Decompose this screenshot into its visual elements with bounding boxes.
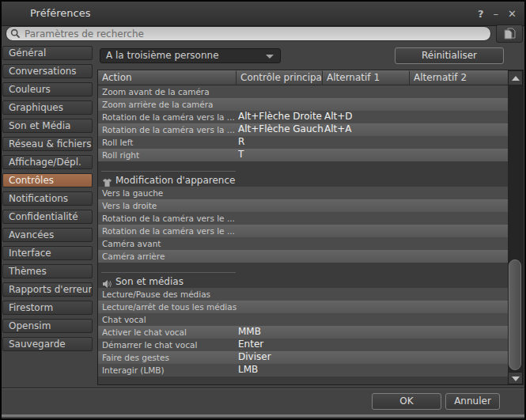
sidebar-item-label: Avancées	[9, 229, 54, 240]
sidebar-item-affichage-depl[interactable]: Affichage/Dépl.	[2, 155, 93, 169]
action-cell: Zoom avant de la caméra	[102, 85, 237, 98]
table-row[interactable]: Roll leftR	[98, 136, 509, 149]
section-divider	[101, 171, 236, 172]
footer-divider	[2, 388, 524, 389]
primary-control-cell: Alt+Flèche Droite	[238, 111, 324, 123]
table-row[interactable]: Interagir (LMB)LMB	[98, 364, 509, 376]
title-bar[interactable]: Préférences ? – ✕	[2, 2, 524, 26]
chevron-down-icon	[266, 55, 274, 59]
sidebar-item-conversations[interactable]: Conversations	[2, 64, 93, 78]
primary-control-cell: MMB	[238, 326, 324, 338]
sidebar-item-graphiques[interactable]: Graphiques	[2, 100, 93, 115]
action-cell: Rotation de la caméra vers la ...	[102, 123, 237, 136]
sidebar-item-controles[interactable]: Contrôles	[2, 173, 93, 187]
table-row[interactable]: Lecture/Pause des médias	[98, 288, 509, 301]
appearance-icon	[102, 176, 112, 185]
table-rows: Zoom avant de la caméraZoom arrière de l…	[98, 85, 509, 376]
primary-control-cell: T	[238, 149, 324, 161]
table-row[interactable]: Lecture/arrêt de tous les médias	[98, 301, 509, 313]
table-row[interactable]: Chat vocal	[98, 313, 509, 326]
action-cell: Zoom arrière de la caméra	[102, 98, 237, 111]
table-row[interactable]: Zoom avant de la caméra	[98, 85, 509, 98]
action-cell: Rotation de la caméra vers le ...	[102, 225, 237, 237]
sidebar-item-rapports-erreurs[interactable]: Rapports d'erreurs	[2, 282, 93, 297]
controls-mode-dropdown[interactable]: A la troisième personne	[100, 48, 281, 63]
alternative1-cell: Alt+D	[324, 111, 410, 123]
sidebar-item-confidentialite[interactable]: Confidentialité	[2, 210, 93, 224]
sidebar-item-interface[interactable]: Interface	[2, 246, 93, 260]
column-header-0[interactable]: Action	[98, 70, 237, 85]
sidebar-item-label: Contrôles	[9, 175, 54, 186]
help-button[interactable]: ?	[478, 8, 484, 20]
sidebar-item-firestorm[interactable]: Firestorm	[2, 301, 93, 315]
speaker-icon	[102, 277, 112, 286]
primary-control-cell: Alt+Flèche Gauche	[238, 123, 324, 135]
sidebar-item-avancees[interactable]: Avancées	[2, 228, 93, 242]
sidebar-item-notifications[interactable]: Notifications	[2, 191, 93, 206]
table-row[interactable]: Caméra arrière	[98, 250, 509, 263]
alternative1-cell: Alt+A	[324, 123, 410, 135]
table-row[interactable]: Démarrer le chat vocalEnter	[98, 339, 509, 351]
table-row[interactable]: Rotation de la caméra vers le ...	[98, 212, 509, 225]
sidebar-item-son-et-media[interactable]: Son et Média	[2, 119, 93, 133]
preferences-dialog: Préférences ? – ✕ GénéralConversationsCo…	[0, 0, 526, 420]
action-cell: Interagir (LMB)	[102, 364, 237, 376]
action-cell: Vers la droite	[102, 199, 237, 212]
action-cell: Lecture/arrêt de tous les médias	[102, 301, 237, 313]
table-row[interactable]: Roll rightT	[98, 149, 509, 161]
table-row[interactable]: Activer le chat vocalMMB	[98, 326, 509, 339]
minimize-button[interactable]: –	[494, 8, 499, 20]
action-cell: Caméra avant	[102, 237, 237, 250]
action-cell: Faire des gestes	[102, 351, 237, 364]
sidebar-item-label: Confidentialité	[9, 211, 78, 222]
sidebar-item-general[interactable]: Général	[2, 46, 93, 60]
scrollbar-thumb[interactable]	[509, 259, 521, 370]
action-cell: Vers la gauche	[102, 187, 237, 199]
table-row[interactable]: Rotation de la caméra vers la ...Alt+Flè…	[98, 123, 509, 136]
search-input[interactable]	[23, 27, 485, 41]
table-row[interactable]: Vers la droite	[98, 199, 509, 212]
sidebar-item-reseau-fichiers[interactable]: Réseau & fichiers	[2, 137, 93, 151]
sidebar-item-label: Conversations	[9, 66, 77, 77]
section-title: Modification d'apparence	[115, 174, 235, 187]
primary-control-cell: R	[238, 136, 324, 148]
sidebar-item-themes[interactable]: Thèmes	[2, 264, 93, 278]
sidebar-item-label: Interface	[9, 248, 51, 259]
sidebar-item-opensim[interactable]: Opensim	[2, 319, 93, 333]
sidebar-item-label: Graphiques	[9, 102, 63, 113]
action-cell: Démarrer le chat vocal	[102, 339, 237, 351]
column-header-3[interactable]: Alternatif 2	[410, 70, 509, 85]
column-header-1[interactable]: Contrôle principal	[237, 70, 323, 85]
action-cell: Lecture/Pause des médias	[102, 288, 237, 301]
reset-button[interactable]: Réinitialiser	[395, 47, 504, 64]
sidebar-item-couleurs[interactable]: Couleurs	[2, 82, 93, 96]
ok-button[interactable]: OK	[372, 393, 441, 410]
primary-control-cell: Enter	[238, 339, 324, 350]
sidebar-item-label: Réseau & fichiers	[9, 138, 91, 149]
table-row[interactable]: Vers la gauche	[98, 187, 509, 199]
vertical-scrollbar[interactable]	[508, 70, 523, 384]
column-header-2[interactable]: Alternatif 1	[323, 70, 410, 85]
scroll-up-button[interactable]	[508, 70, 523, 85]
copy-settings-button[interactable]	[496, 25, 523, 43]
sidebar-item-label: Couleurs	[9, 84, 51, 95]
table-row[interactable]: Faire des gestesDiviser	[98, 351, 509, 364]
sidebar-item-label: Son et Média	[9, 120, 70, 131]
cancel-button[interactable]: Annuler	[445, 393, 500, 410]
table-row[interactable]: Rotation de la caméra vers le ...	[98, 225, 509, 237]
sidebar-item-sauvegarde[interactable]: Sauvegarde	[2, 337, 93, 351]
table-header: ActionContrôle principalAlternatif 1Alte…	[98, 70, 509, 85]
search-bar[interactable]	[6, 26, 491, 41]
close-button[interactable]: ✕	[508, 8, 517, 20]
search-icon	[10, 28, 21, 39]
table-row[interactable]: Rotation de la caméra vers la ...Alt+Flè…	[98, 111, 509, 123]
sidebar-item-label: Notifications	[9, 193, 68, 204]
divider-row	[98, 263, 509, 275]
sidebar-item-label: Thèmes	[9, 266, 47, 277]
action-cell: Roll right	[102, 149, 237, 161]
scroll-down-button[interactable]	[508, 372, 523, 384]
table-row[interactable]: Zoom arrière de la caméra	[98, 98, 509, 111]
table-row[interactable]: Caméra avant	[98, 237, 509, 250]
section-divider	[101, 272, 236, 273]
sidebar-item-label: Sauvegarde	[9, 339, 66, 350]
